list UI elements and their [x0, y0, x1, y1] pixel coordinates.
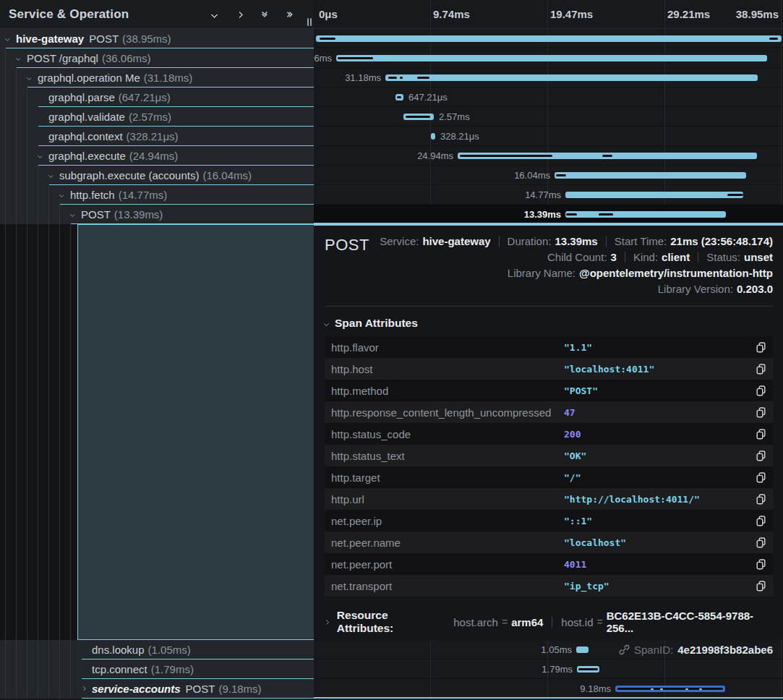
tree-row-post[interactable]: POST(13.39ms)	[0, 205, 314, 224]
tree-row-graphql-validate[interactable]: graphql.validate(2.57ms)	[0, 107, 314, 127]
copy-icon[interactable]	[755, 492, 766, 505]
tree-row-post-graphql[interactable]: POST /graphql(36.06ms)	[0, 48, 314, 68]
attr-value: 47	[564, 407, 755, 418]
copy-icon[interactable]	[755, 427, 766, 440]
span-operation-name: graphql.parse	[48, 91, 115, 103]
attr-value: "POST"	[564, 385, 755, 396]
timeline-row-service-accounts[interactable]: 9.18ms	[314, 679, 783, 699]
timeline-row-subgraph-execute-accounts-[interactable]: 16.04ms	[314, 166, 783, 185]
meta-key: Library Version:	[658, 283, 733, 295]
expand-all-icon[interactable]	[285, 9, 295, 20]
chevron-down-icon[interactable]	[27, 76, 38, 80]
span-bar[interactable]	[565, 211, 726, 218]
span-detail-title: POST	[325, 233, 369, 296]
span-bar[interactable]	[431, 133, 435, 140]
tree-row-graphql-execute[interactable]: graphql.execute(24.94ms)	[0, 146, 314, 166]
meta-library-name: Library Name:@opentelemetry/instrumentat…	[508, 267, 773, 279]
bar-duration-label: 31.18ms	[345, 72, 381, 83]
attr-row-net-transport: net.transport"ip_tcp"	[325, 575, 773, 597]
chevron-down-icon[interactable]	[6, 37, 16, 40]
attr-value: "localhost:4011"	[564, 364, 755, 375]
meta-service: Service:hive-gateway	[380, 235, 490, 247]
copy-icon[interactable]	[755, 558, 766, 571]
copy-icon[interactable]	[755, 471, 766, 484]
span-bar[interactable]	[565, 192, 743, 198]
timeline-row-tcp-connect[interactable]: 1.79ms	[314, 660, 783, 679]
span-bar[interactable]	[336, 55, 767, 61]
tree-row-tcp-connect[interactable]: tcp.connect(1.79ms)	[0, 660, 314, 679]
panel-resize-handle[interactable]	[307, 18, 312, 26]
bar-duration-label: 16.04ms	[514, 170, 550, 181]
timeline-row-graphql-operation-me[interactable]: 31.18ms	[314, 68, 783, 88]
tree-row-service-accounts[interactable]: service-accountsPOST(9.18ms)	[0, 679, 314, 699]
resource-attr-value: BC62E13B-C4CC-5854-9788-256...	[607, 610, 773, 634]
attr-value: 200	[564, 429, 755, 440]
span-duration: (2.57ms)	[129, 111, 171, 123]
tree-row-http-fetch[interactable]: http.fetch(14.77ms)	[0, 185, 314, 205]
timeline-row-graphql-validate[interactable]: 2.57ms	[314, 107, 783, 127]
child-span-marker	[400, 77, 403, 79]
tree-row-graphql-context[interactable]: graphql.context(328.21μs)	[0, 127, 314, 146]
timeline-row-graphql-context[interactable]: 328.21μs	[314, 127, 783, 146]
child-span-dot	[660, 688, 663, 690]
span-bar[interactable]	[555, 172, 746, 179]
copy-icon[interactable]	[755, 449, 766, 462]
collapse-one-icon[interactable]	[209, 9, 219, 20]
span-operation-name: POST /graphql	[27, 52, 98, 64]
copy-icon[interactable]	[755, 579, 766, 592]
span-bar[interactable]	[385, 74, 758, 81]
span-duration: (13.39ms)	[114, 208, 163, 221]
attr-row-http-method: http.method"POST"	[325, 380, 773, 401]
tree-row-hive-gateway[interactable]: hive-gatewayPOST(38.95ms)	[0, 29, 314, 48]
collapse-all-icon[interactable]	[260, 9, 270, 20]
meta-duration: Duration:13.39ms	[508, 235, 598, 247]
attr-row-http-status-text: http.status_text"OK"	[325, 445, 773, 466]
attr-row-http-target: http.target"/"	[325, 466, 773, 488]
tree-row-graphql-parse[interactable]: graphql.parse(647.21μs)	[0, 88, 314, 107]
copy-icon[interactable]	[755, 341, 766, 354]
span-service-name: service-accounts	[92, 683, 181, 695]
copy-icon[interactable]	[755, 362, 766, 375]
expand-one-icon[interactable]	[234, 9, 244, 20]
span-operation-name: graphql.operation Me	[38, 72, 140, 84]
child-span-marker	[566, 213, 577, 215]
span-detail-meta: Service:hive-gatewayDuration:13.39msStar…	[369, 233, 773, 296]
attr-row-net-peer-name: net.peer.name"localhost"	[325, 532, 773, 553]
service-operation-header: Service & Operation	[0, 0, 314, 29]
attr-row-http-host: http.host"localhost:4011"	[325, 358, 773, 380]
row-underline	[82, 698, 314, 699]
span-attributes-toggle[interactable]: Span Attributes	[325, 317, 773, 330]
timeline-row-post-graphql[interactable]: 36.06ms	[314, 48, 783, 68]
ruler-tick: 9.74ms	[433, 8, 470, 20]
span-duration: (16.04ms)	[202, 169, 252, 182]
detail-meta-line: Library Version:0.203.0	[658, 281, 773, 296]
chevron-down-icon[interactable]	[38, 154, 48, 158]
meta-library-version: Library Version:0.203.0	[658, 283, 773, 295]
tree-row-graphql-operation-me[interactable]: graphql.operation Me(31.18ms)	[0, 68, 314, 88]
span-operation-name: graphql.context	[48, 130, 123, 142]
timeline-row-post[interactable]: 13.39ms	[314, 205, 783, 224]
link-icon[interactable]	[619, 644, 630, 655]
attr-value: "ip_tcp"	[564, 581, 755, 592]
tree-row-dns-lookup[interactable]: dns.lookup(1.05ms)	[0, 640, 314, 660]
copy-icon[interactable]	[755, 536, 766, 549]
span-bar[interactable]	[316, 35, 782, 42]
copy-icon[interactable]	[755, 406, 766, 419]
timeline-row-graphql-execute[interactable]: 24.94ms	[314, 146, 783, 166]
tree-row-subgraph-execute-accounts-[interactable]: subgraph.execute (accounts)(16.04ms)	[0, 166, 314, 185]
timeline-row-http-fetch[interactable]: 14.77ms	[314, 185, 783, 205]
child-span-marker	[417, 77, 429, 79]
copy-icon[interactable]	[755, 384, 766, 397]
chevron-right-icon[interactable]	[82, 687, 92, 691]
child-span-marker	[602, 155, 612, 157]
chevron-down-icon[interactable]	[71, 213, 81, 216]
chevron-down-icon[interactable]	[49, 174, 59, 177]
timeline-row-graphql-parse[interactable]: 647.21μs	[314, 88, 783, 107]
attr-value: "::1"	[564, 516, 755, 526]
timeline-row-hive-gateway[interactable]	[314, 29, 783, 48]
resource-attributes-row[interactable]: Resource Attributes: host.arch=arm64host…	[325, 609, 773, 635]
chevron-down-icon[interactable]	[17, 56, 27, 60]
copy-icon[interactable]	[755, 514, 766, 527]
detail-divider	[325, 306, 773, 307]
chevron-down-icon[interactable]	[60, 193, 70, 197]
